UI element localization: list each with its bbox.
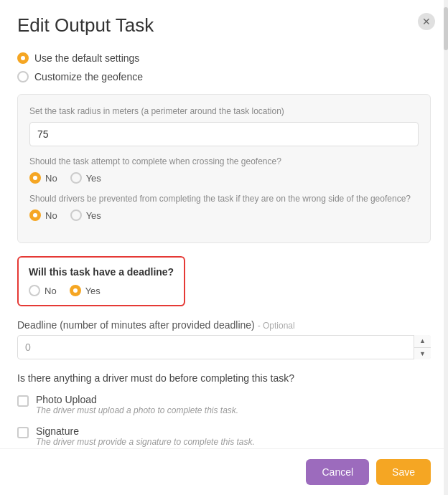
deadline-question: Will this task have a deadline? bbox=[29, 266, 174, 278]
photo-upload-item: Photo Upload The driver must upload a ph… bbox=[17, 394, 431, 415]
radius-label: Set the task radius in meters (a perimet… bbox=[29, 106, 419, 116]
spinner-down-button[interactable]: ▼ bbox=[414, 348, 431, 360]
scrollbar-thumb[interactable] bbox=[444, 7, 448, 50]
deadline-no-label: No bbox=[45, 286, 57, 296]
radius-input[interactable] bbox=[29, 122, 419, 146]
customize-geofence-radio[interactable] bbox=[17, 71, 29, 82]
crossing-no-radio[interactable] bbox=[29, 172, 41, 184]
signature-text-block: Signature The driver must provide a sign… bbox=[36, 425, 255, 447]
close-icon: ✕ bbox=[422, 16, 431, 27]
crossing-yes-radio[interactable] bbox=[70, 172, 82, 184]
deadline-yes-radio[interactable] bbox=[70, 285, 81, 296]
deadline-minutes-input[interactable] bbox=[17, 335, 431, 359]
crossing-question: Should the task attempt to complete when… bbox=[29, 156, 419, 166]
scrollbar-track bbox=[444, 0, 448, 495]
deadline-input-wrapper: ▲ ▼ bbox=[17, 335, 431, 359]
deadline-box: Will this task have a deadline? No Yes bbox=[17, 256, 185, 306]
wrong-side-no-radio[interactable] bbox=[29, 209, 41, 221]
deadline-no-option[interactable]: No bbox=[29, 285, 57, 296]
spinner-buttons: ▲ ▼ bbox=[414, 335, 431, 359]
wrong-side-no-label: No bbox=[45, 210, 57, 221]
photo-upload-desc: The driver must upload a photo to comple… bbox=[36, 405, 238, 415]
customize-geofence-option[interactable]: Customize the geofence bbox=[17, 71, 431, 82]
save-button[interactable]: Save bbox=[376, 459, 431, 485]
wrong-side-yes-label: Yes bbox=[86, 210, 101, 221]
optional-text: - Optional bbox=[258, 321, 295, 331]
use-default-radio[interactable] bbox=[17, 52, 29, 64]
use-default-label: Use the default settings bbox=[34, 52, 139, 64]
cancel-button[interactable]: Cancel bbox=[306, 459, 369, 485]
crossing-no-label: No bbox=[45, 173, 57, 184]
page-title: Edit Output Task bbox=[17, 14, 431, 37]
spinner-up-button[interactable]: ▲ bbox=[414, 335, 431, 348]
wrong-side-radio-group: No Yes bbox=[29, 209, 419, 221]
wrong-side-no-option[interactable]: No bbox=[29, 209, 57, 221]
deadline-yes-option[interactable]: Yes bbox=[70, 285, 101, 296]
deadline-minutes-label: Deadline (number of minutes after provid… bbox=[17, 319, 431, 331]
crossing-radio-group: No Yes bbox=[29, 172, 419, 184]
close-button[interactable]: ✕ bbox=[418, 13, 435, 30]
signature-desc: The driver must provide a signature to c… bbox=[36, 437, 255, 447]
wrong-side-yes-radio[interactable] bbox=[70, 209, 82, 221]
driver-requirements-label: Is there anything a driver must do befor… bbox=[17, 372, 431, 384]
page-container: ✕ Edit Output Task Use the default setti… bbox=[0, 0, 448, 495]
photo-upload-checkbox[interactable] bbox=[17, 395, 29, 407]
wrong-side-question: Should drivers be prevented from complet… bbox=[29, 194, 419, 204]
footer: Cancel Save bbox=[0, 448, 448, 495]
deadline-no-radio[interactable] bbox=[29, 285, 40, 296]
photo-upload-text-block: Photo Upload The driver must upload a ph… bbox=[36, 394, 238, 415]
wrong-side-yes-option[interactable]: Yes bbox=[70, 209, 101, 221]
crossing-no-option[interactable]: No bbox=[29, 172, 57, 184]
use-default-settings-option[interactable]: Use the default settings bbox=[17, 52, 431, 64]
geofence-settings-box: Set the task radius in meters (a perimet… bbox=[17, 94, 431, 243]
signature-item: Signature The driver must provide a sign… bbox=[17, 425, 431, 447]
photo-upload-title: Photo Upload bbox=[36, 394, 238, 405]
deadline-yes-label: Yes bbox=[85, 286, 101, 296]
customize-geofence-label: Customize the geofence bbox=[34, 71, 143, 82]
crossing-yes-label: Yes bbox=[86, 173, 101, 184]
signature-title: Signature bbox=[36, 425, 255, 437]
crossing-yes-option[interactable]: Yes bbox=[70, 172, 101, 184]
deadline-radio-group: No Yes bbox=[29, 285, 174, 296]
settings-radio-group: Use the default settings Customize the g… bbox=[17, 52, 431, 82]
signature-checkbox[interactable] bbox=[17, 427, 29, 438]
